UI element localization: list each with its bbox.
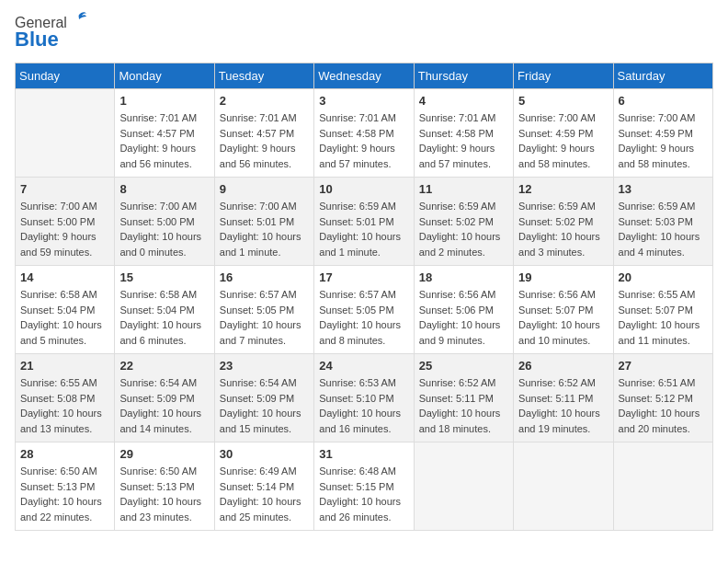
day-info: Sunrise: 6:57 AMSunset: 5:05 PMDaylight:… [220,287,309,348]
day-info: Sunrise: 6:54 AMSunset: 5:09 PMDaylight:… [220,375,309,436]
calendar-cell: 10Sunrise: 6:59 AMSunset: 5:01 PMDayligh… [314,178,414,266]
calendar-cell [414,442,513,531]
calendar-cell: 19Sunrise: 6:56 AMSunset: 5:07 PMDayligh… [514,266,613,354]
calendar-cell: 11Sunrise: 6:59 AMSunset: 5:02 PMDayligh… [414,178,513,266]
day-info: Sunrise: 7:01 AMSunset: 4:58 PMDaylight:… [319,110,408,171]
day-number: 4 [419,94,508,108]
weekday-header: Tuesday [214,63,313,89]
calendar-cell: 26Sunrise: 6:52 AMSunset: 5:11 PMDayligh… [514,354,613,442]
day-number: 19 [518,270,608,284]
calendar-cell: 31Sunrise: 6:48 AMSunset: 5:15 PMDayligh… [314,442,414,531]
calendar-cell: 22Sunrise: 6:54 AMSunset: 5:09 PMDayligh… [115,354,214,442]
day-number: 7 [20,182,109,196]
calendar-cell: 18Sunrise: 6:56 AMSunset: 5:06 PMDayligh… [414,266,513,354]
day-info: Sunrise: 7:00 AMSunset: 5:00 PMDaylight:… [119,199,209,259]
day-number: 3 [319,94,408,108]
day-number: 21 [20,359,109,373]
calendar-cell [16,89,115,178]
day-number: 8 [119,182,209,196]
day-number: 15 [119,270,209,284]
calendar-week-row: 28Sunrise: 6:50 AMSunset: 5:13 PMDayligh… [16,442,713,531]
day-info: Sunrise: 6:59 AMSunset: 5:03 PMDaylight:… [619,199,708,259]
weekday-header: Friday [514,63,613,89]
calendar-cell: 28Sunrise: 6:50 AMSunset: 5:13 PMDayligh… [16,442,115,531]
logo-bird-icon [70,10,88,29]
day-number: 2 [220,94,309,108]
weekday-header: Thursday [414,63,513,89]
day-number: 26 [518,359,608,373]
calendar-table: SundayMondayTuesdayWednesdayThursdayFrid… [15,63,713,531]
day-number: 31 [319,447,408,461]
day-info: Sunrise: 7:00 AMSunset: 4:59 PMDaylight:… [619,110,708,171]
calendar-cell: 7Sunrise: 7:00 AMSunset: 5:00 PMDaylight… [16,178,115,266]
calendar-cell: 15Sunrise: 6:58 AMSunset: 5:04 PMDayligh… [115,266,214,354]
day-number: 24 [319,359,408,373]
calendar-cell: 6Sunrise: 7:00 AMSunset: 4:59 PMDaylight… [613,89,712,178]
day-info: Sunrise: 7:00 AMSunset: 4:59 PMDaylight:… [518,110,608,171]
day-info: Sunrise: 6:48 AMSunset: 5:15 PMDaylight:… [319,464,408,524]
page-header: General Blue [15,15,713,52]
weekday-header: Wednesday [314,63,414,89]
calendar-week-row: 14Sunrise: 6:58 AMSunset: 5:04 PMDayligh… [16,266,713,354]
calendar-cell [514,442,613,531]
day-info: Sunrise: 6:55 AMSunset: 5:08 PMDaylight:… [20,375,109,436]
calendar-cell: 13Sunrise: 6:59 AMSunset: 5:03 PMDayligh… [613,178,712,266]
day-info: Sunrise: 6:50 AMSunset: 5:13 PMDaylight:… [119,464,209,524]
day-number: 16 [220,270,309,284]
weekday-header: Saturday [613,63,712,89]
calendar-cell: 24Sunrise: 6:53 AMSunset: 5:10 PMDayligh… [314,354,414,442]
day-info: Sunrise: 6:53 AMSunset: 5:10 PMDaylight:… [319,375,408,436]
day-info: Sunrise: 6:59 AMSunset: 5:02 PMDaylight:… [518,199,608,259]
calendar-cell: 30Sunrise: 6:49 AMSunset: 5:14 PMDayligh… [214,442,313,531]
day-info: Sunrise: 6:59 AMSunset: 5:01 PMDaylight:… [319,199,408,259]
calendar-cell: 25Sunrise: 6:52 AMSunset: 5:11 PMDayligh… [414,354,513,442]
calendar-cell: 4Sunrise: 7:01 AMSunset: 4:58 PMDaylight… [414,89,513,178]
calendar-cell [613,442,712,531]
calendar-cell: 3Sunrise: 7:01 AMSunset: 4:58 PMDaylight… [314,89,414,178]
day-info: Sunrise: 7:01 AMSunset: 4:57 PMDaylight:… [220,110,309,171]
day-number: 22 [119,359,209,373]
day-info: Sunrise: 6:54 AMSunset: 5:09 PMDaylight:… [119,375,209,436]
day-info: Sunrise: 6:56 AMSunset: 5:06 PMDaylight:… [419,287,508,348]
day-number: 28 [20,447,109,461]
calendar-cell: 14Sunrise: 6:58 AMSunset: 5:04 PMDayligh… [16,266,115,354]
calendar-week-row: 7Sunrise: 7:00 AMSunset: 5:00 PMDaylight… [16,178,713,266]
calendar-cell: 27Sunrise: 6:51 AMSunset: 5:12 PMDayligh… [613,354,712,442]
calendar-cell: 12Sunrise: 6:59 AMSunset: 5:02 PMDayligh… [514,178,613,266]
day-info: Sunrise: 6:58 AMSunset: 5:04 PMDaylight:… [20,287,109,348]
day-number: 10 [319,182,408,196]
day-number: 18 [419,270,508,284]
calendar-cell: 17Sunrise: 6:57 AMSunset: 5:05 PMDayligh… [314,266,414,354]
calendar-cell: 29Sunrise: 6:50 AMSunset: 5:13 PMDayligh… [115,442,214,531]
calendar-header-row: SundayMondayTuesdayWednesdayThursdayFrid… [16,63,713,89]
day-info: Sunrise: 6:57 AMSunset: 5:05 PMDaylight:… [319,287,408,348]
calendar-cell: 1Sunrise: 7:01 AMSunset: 4:57 PMDaylight… [115,89,214,178]
calendar-cell: 2Sunrise: 7:01 AMSunset: 4:57 PMDaylight… [214,89,313,178]
calendar-cell: 9Sunrise: 7:00 AMSunset: 5:01 PMDaylight… [214,178,313,266]
calendar-cell: 20Sunrise: 6:55 AMSunset: 5:07 PMDayligh… [613,266,712,354]
day-number: 9 [220,182,309,196]
day-number: 12 [518,182,608,196]
day-info: Sunrise: 6:51 AMSunset: 5:12 PMDaylight:… [619,375,708,436]
day-number: 6 [619,94,708,108]
day-number: 13 [619,182,708,196]
day-number: 23 [220,359,309,373]
calendar-cell: 23Sunrise: 6:54 AMSunset: 5:09 PMDayligh… [214,354,313,442]
day-number: 14 [20,270,109,284]
day-number: 25 [419,359,508,373]
day-number: 30 [220,447,309,461]
day-info: Sunrise: 6:50 AMSunset: 5:13 PMDaylight:… [20,464,109,524]
logo-blue-text: Blue [15,28,59,52]
day-info: Sunrise: 6:55 AMSunset: 5:07 PMDaylight:… [619,287,708,348]
calendar-week-row: 1Sunrise: 7:01 AMSunset: 4:57 PMDaylight… [16,89,713,178]
day-number: 29 [119,447,209,461]
day-number: 27 [619,359,708,373]
calendar-cell: 16Sunrise: 6:57 AMSunset: 5:05 PMDayligh… [214,266,313,354]
day-number: 5 [518,94,608,108]
day-info: Sunrise: 6:58 AMSunset: 5:04 PMDaylight:… [119,287,209,348]
day-info: Sunrise: 6:52 AMSunset: 5:11 PMDaylight:… [518,375,608,436]
day-number: 20 [619,270,708,284]
day-number: 11 [419,182,508,196]
day-info: Sunrise: 7:01 AMSunset: 4:58 PMDaylight:… [419,110,508,171]
calendar-cell: 8Sunrise: 7:00 AMSunset: 5:00 PMDaylight… [115,178,214,266]
